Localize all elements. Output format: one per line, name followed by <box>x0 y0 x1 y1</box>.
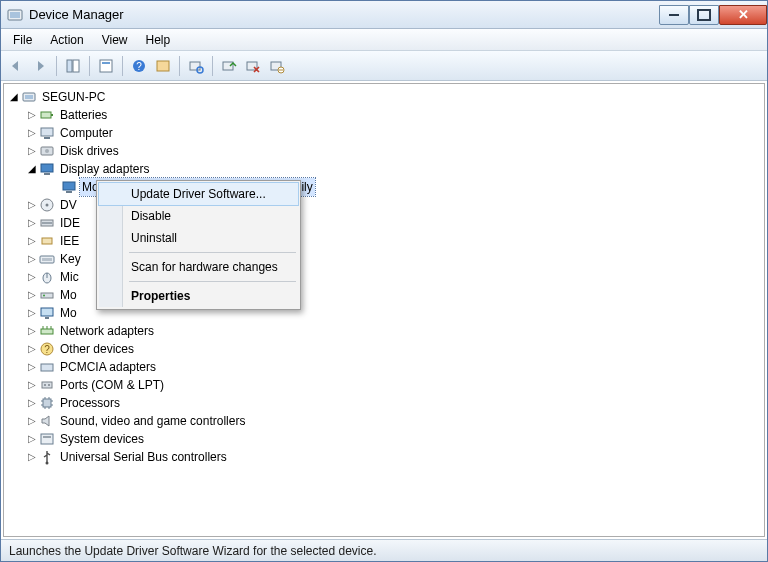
computer-icon <box>39 125 55 141</box>
tree-arrow-open[interactable]: ◢ <box>8 88 20 106</box>
scan-button[interactable] <box>185 55 207 77</box>
tree-node[interactable]: ◢SEGUN-PC <box>4 88 764 106</box>
monitor-icon <box>39 305 55 321</box>
tree-arrow-closed[interactable]: ▷ <box>26 394 38 412</box>
tree-node-label[interactable]: Mo <box>58 286 79 304</box>
tree-arrow-closed[interactable]: ▷ <box>26 214 38 232</box>
tree-node[interactable]: ▷Computer <box>4 124 764 142</box>
menu-view[interactable]: View <box>94 31 136 49</box>
tree-node-label[interactable]: Universal Serial Bus controllers <box>58 448 229 466</box>
tree-node[interactable]: ▷System devices <box>4 430 764 448</box>
update-driver-button[interactable] <box>218 55 240 77</box>
ctx-scan[interactable]: Scan for hardware changes <box>99 256 298 278</box>
disk-icon <box>39 143 55 159</box>
svg-rect-49 <box>43 436 51 438</box>
tree-node-label[interactable]: Processors <box>58 394 122 412</box>
show-hide-tree-button[interactable] <box>62 55 84 77</box>
tree-node-label[interactable]: Mic <box>58 268 81 286</box>
help-button[interactable]: ? <box>128 55 150 77</box>
tree-node-label[interactable]: Computer <box>58 124 115 142</box>
close-button[interactable] <box>719 5 767 25</box>
tree-node-label[interactable]: IDE <box>58 214 82 232</box>
tree-arrow-closed[interactable]: ▷ <box>26 106 38 124</box>
tree-node-label[interactable]: IEE <box>58 232 81 250</box>
svg-rect-47 <box>43 399 51 407</box>
tree-arrow-closed[interactable]: ▷ <box>26 124 38 142</box>
tree-arrow-closed[interactable]: ▷ <box>26 196 38 214</box>
tree-arrow-closed[interactable]: ▷ <box>26 142 38 160</box>
menu-file[interactable]: File <box>5 31 40 49</box>
tree-node-label[interactable]: Sound, video and game controllers <box>58 412 247 430</box>
tree-arrow-closed[interactable]: ▷ <box>26 268 38 286</box>
ctx-uninstall[interactable]: Uninstall <box>99 227 298 249</box>
ctx-disable[interactable]: Disable <box>99 205 298 227</box>
titlebar: Device Manager <box>1 1 767 29</box>
tree-node-label[interactable]: Disk drives <box>58 142 121 160</box>
usb-icon <box>39 449 55 465</box>
minimize-button[interactable] <box>659 5 689 25</box>
menu-action[interactable]: Action <box>42 31 91 49</box>
tree-node-label[interactable]: Network adapters <box>58 322 156 340</box>
tree-node[interactable]: ▷Sound, video and game controllers <box>4 412 764 430</box>
maximize-button[interactable] <box>689 5 719 25</box>
window-title: Device Manager <box>29 7 659 22</box>
properties-button[interactable] <box>95 55 117 77</box>
svg-rect-3 <box>73 60 79 72</box>
tree-node[interactable]: ▷Ports (COM & LPT) <box>4 376 764 394</box>
svg-rect-11 <box>223 62 233 70</box>
tree-node-label[interactable]: PCMCIA adapters <box>58 358 158 376</box>
tree-node[interactable]: ▷PCMCIA adapters <box>4 358 764 376</box>
tree-node[interactable]: ▷Network adapters <box>4 322 764 340</box>
tree-arrow-closed[interactable]: ▷ <box>26 250 38 268</box>
back-button[interactable] <box>5 55 27 77</box>
toolbar-separator <box>122 56 123 76</box>
status-text: Launches the Update Driver Software Wiza… <box>9 544 377 558</box>
tree-node-label[interactable]: Other devices <box>58 340 136 358</box>
ctx-properties[interactable]: Properties <box>99 285 298 307</box>
action-icon[interactable] <box>152 55 174 77</box>
tree-arrow-closed[interactable]: ▷ <box>26 358 38 376</box>
svg-rect-5 <box>102 62 110 64</box>
tree-arrow-closed[interactable]: ▷ <box>26 412 38 430</box>
svg-rect-40 <box>41 329 53 334</box>
tree-arrow-closed[interactable]: ▷ <box>26 448 38 466</box>
tree-node-label[interactable]: DV <box>58 196 79 214</box>
uninstall-device-button[interactable] <box>242 55 264 77</box>
tree-node-label[interactable]: Ports (COM & LPT) <box>58 376 166 394</box>
tree-node-label[interactable]: System devices <box>58 430 146 448</box>
ieee-icon <box>39 233 55 249</box>
tree-arrow-closed[interactable]: ▷ <box>26 286 38 304</box>
tree-node[interactable]: ◢Display adapters <box>4 160 764 178</box>
ctx-update-driver[interactable]: Update Driver Software... <box>99 183 298 205</box>
svg-text:?: ? <box>44 344 50 355</box>
mouse-icon <box>39 269 55 285</box>
disable-device-button[interactable] <box>266 55 288 77</box>
tree-node[interactable]: ▷Universal Serial Bus controllers <box>4 448 764 466</box>
statusbar: Launches the Update Driver Software Wiza… <box>1 539 767 561</box>
tree-arrow-open[interactable]: ◢ <box>26 160 38 178</box>
tree-arrow-closed[interactable]: ▷ <box>26 340 38 358</box>
toolbar-separator <box>212 56 213 76</box>
pcmcia-icon <box>39 359 55 375</box>
tree-arrow-closed[interactable]: ▷ <box>26 322 38 340</box>
toolbar-separator <box>179 56 180 76</box>
tree-node-label[interactable]: Display adapters <box>58 160 151 178</box>
tree-arrow-closed[interactable]: ▷ <box>26 430 38 448</box>
tree-node-label[interactable]: Batteries <box>58 106 109 124</box>
tree-arrow-closed[interactable]: ▷ <box>26 304 38 322</box>
tree-node[interactable]: ▷?Other devices <box>4 340 764 358</box>
display-icon <box>39 161 55 177</box>
tree-node[interactable]: ▷Processors <box>4 394 764 412</box>
svg-point-28 <box>46 204 49 207</box>
svg-rect-4 <box>100 60 112 72</box>
tree-arrow-closed[interactable]: ▷ <box>26 376 38 394</box>
forward-button[interactable] <box>29 55 51 77</box>
tree-node-label[interactable]: Mo <box>58 304 79 322</box>
device-manager-window: Device Manager File Action View Help ? ◢… <box>0 0 768 562</box>
menu-help[interactable]: Help <box>138 31 179 49</box>
tree-node-label[interactable]: Key <box>58 250 83 268</box>
tree-node-label[interactable]: SEGUN-PC <box>40 88 107 106</box>
tree-node[interactable]: ▷Batteries <box>4 106 764 124</box>
tree-arrow-closed[interactable]: ▷ <box>26 232 38 250</box>
tree-node[interactable]: ▷Disk drives <box>4 142 764 160</box>
